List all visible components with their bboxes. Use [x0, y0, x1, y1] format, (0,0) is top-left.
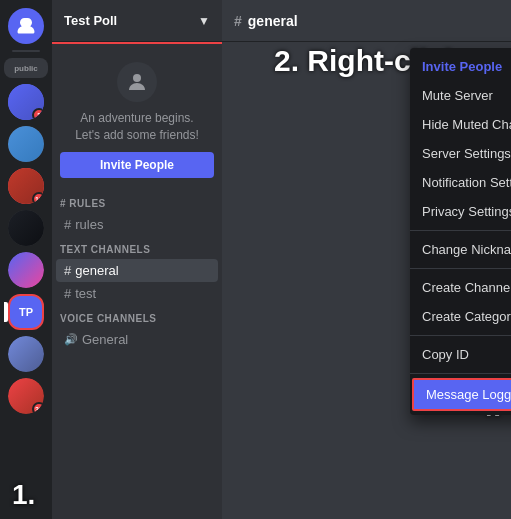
server-icon-wrapper-8: 38: [8, 378, 44, 414]
server-icon-7[interactable]: [8, 336, 44, 372]
channel-sidebar: Test Poll ▼ An adventure begins. Let's a…: [52, 0, 222, 519]
invite-description: An adventure begins. Let's add some frie…: [60, 110, 214, 144]
voice-channels-label: VOICE CHANNELS: [52, 305, 222, 328]
context-menu-hide-muted[interactable]: Hide Muted Channels: [410, 110, 511, 139]
channel-item-rules[interactable]: # rules: [56, 213, 218, 236]
server-icon-wrapper-tp: TP: [8, 294, 44, 330]
server-icon-wrapper-7: [8, 336, 44, 372]
context-menu-invite-people[interactable]: Invite People: [410, 52, 511, 81]
channel-item-test[interactable]: # test: [56, 282, 218, 305]
server-icon-wrapper-5: [8, 252, 44, 288]
context-menu-change-nickname[interactable]: Change Nickname: [410, 235, 511, 264]
hash-icon-rules: #: [64, 217, 71, 232]
channel-item-general[interactable]: # general: [56, 259, 218, 282]
server-sidebar: public 1 13: [0, 0, 52, 519]
dropdown-arrow-icon: ▼: [198, 14, 210, 28]
context-menu-privacy-settings[interactable]: Privacy Settings: [410, 197, 511, 226]
context-menu-mute-server[interactable]: Mute Server ›: [410, 81, 511, 110]
context-menu-server-settings[interactable]: Server Settings ›: [410, 139, 511, 168]
server-icon-2[interactable]: [8, 126, 44, 162]
invite-people-button[interactable]: Invite People: [60, 152, 214, 178]
channel-list: An adventure begins. Let's add some frie…: [52, 42, 222, 519]
text-channels-category: # rules: [52, 190, 222, 213]
context-menu-create-category[interactable]: Create Category: [410, 302, 511, 331]
discord-home-button[interactable]: [8, 8, 44, 44]
context-menu-copy-id[interactable]: Copy ID: [410, 340, 511, 369]
badge-3: 13: [32, 192, 44, 204]
tp-label: TP: [19, 306, 33, 318]
server-header[interactable]: Test Poll ▼: [52, 0, 222, 42]
server-icon-wrapper-1: 1: [8, 84, 44, 120]
server-icon-wrapper-2: [8, 126, 44, 162]
svg-point-0: [133, 74, 141, 82]
channel-header-name: general: [248, 13, 298, 29]
server-icon-wrapper-home: [8, 8, 44, 44]
server-icon-3[interactable]: 13: [8, 168, 44, 204]
context-menu-divider-1: [410, 230, 511, 231]
public-label: public: [4, 58, 48, 78]
text-channels-label: TEXT CHANNELS: [52, 236, 222, 259]
channel-header: # general: [222, 0, 511, 42]
context-menu-divider-3: [410, 335, 511, 336]
context-menu-notification-settings[interactable]: Notification Settings: [410, 168, 511, 197]
channel-header-hash: #: [234, 13, 242, 29]
badge-8: 38: [32, 402, 44, 414]
hash-icon-test: #: [64, 286, 71, 301]
context-menu: Invite People Mute Server › Hide Muted C…: [410, 48, 511, 415]
server-icon-tp[interactable]: TP: [8, 294, 44, 330]
main-content: # general 2. Right-click Invite People M…: [222, 0, 511, 519]
speaker-icon: 🔊: [64, 333, 78, 346]
server-icon-4[interactable]: [8, 210, 44, 246]
context-menu-divider-4: [410, 373, 511, 374]
server-divider-1: [12, 50, 40, 52]
invite-area: An adventure begins. Let's add some frie…: [52, 50, 222, 190]
server-icon-1[interactable]: 1: [8, 84, 44, 120]
hash-icon-general: #: [64, 263, 71, 278]
context-menu-divider-2: [410, 268, 511, 269]
user-avatar-icon: [117, 62, 157, 102]
server-icon-wrapper-3: 13: [8, 168, 44, 204]
server-name: Test Poll: [64, 13, 198, 28]
context-menu-message-logger[interactable]: Message Logger ›: [412, 378, 511, 411]
server-icon-5[interactable]: [8, 252, 44, 288]
context-menu-create-channel[interactable]: Create Channel: [410, 273, 511, 302]
channel-item-voice-general[interactable]: 🔊 General: [56, 328, 218, 351]
badge-1: 1: [32, 108, 44, 120]
server-icon-wrapper-4: [8, 210, 44, 246]
app-container: public 1 13: [0, 0, 511, 519]
server-icon-8[interactable]: 38: [8, 378, 44, 414]
